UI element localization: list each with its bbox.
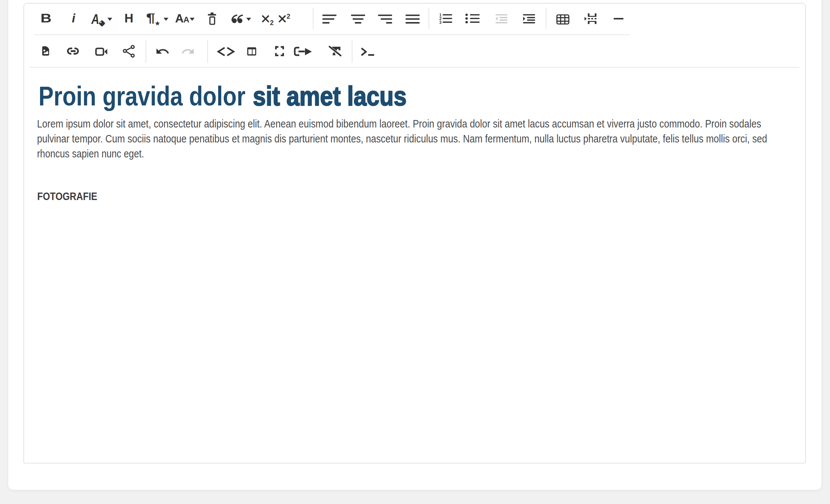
svg-text:A: A [175,12,184,25]
svg-text:A: A [183,15,189,24]
svg-text:¶: ¶ [146,10,155,24]
svg-text:Lorem ipsum dolor sit amet, co: Lorem ipsum dolor sit amet, consectetur … [37,118,761,130]
svg-text:rhoncus sapien nunc eget.: rhoncus sapien nunc eget. [37,148,144,160]
svg-text:3: 3 [439,20,442,25]
svg-text:B: B [40,12,51,25]
svg-text:sit amet lacus: sit amet lacus [253,81,407,111]
svg-text:H: H [125,11,134,25]
svg-text:FOTOGRAFIE: FOTOGRAFIE [37,190,98,202]
svg-text:2: 2 [287,13,290,20]
svg-text:i: i [72,11,76,25]
svg-text:Proin gravida dolor: Proin gravida dolor [39,81,245,111]
svg-text:2: 2 [270,19,274,27]
svg-text:pulvinar tempor. Cum sociis na: pulvinar tempor. Cum sociis natoque pena… [37,133,767,145]
svg-text:A: A [91,11,99,27]
